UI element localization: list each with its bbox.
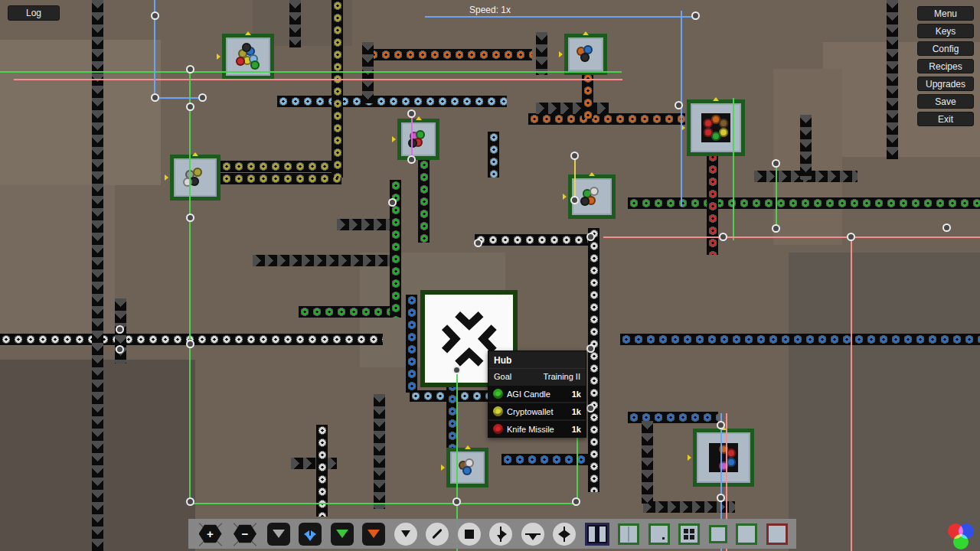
- factory-building[interactable]: [693, 429, 754, 487]
- item-dot: [250, 60, 260, 70]
- conveyor-belt[interactable]: [92, 0, 103, 551]
- building-grid[interactable]: [678, 523, 700, 545]
- tooltip-item: AGI Candle1k: [488, 386, 586, 402]
- item-icon: [493, 406, 503, 416]
- output-tool[interactable]: [394, 523, 417, 546]
- square-icon: [465, 530, 474, 539]
- wire-post: [407, 155, 416, 164]
- factory-building[interactable]: [564, 34, 607, 75]
- building-small[interactable]: [709, 525, 727, 543]
- building-marked[interactable]: [648, 523, 670, 545]
- menu-button-keys[interactable]: Keys: [917, 24, 974, 38]
- grid-dots-icon: [684, 529, 694, 540]
- eraser-tool[interactable]: [426, 523, 449, 546]
- wire-link: [425, 16, 697, 18]
- conveyor-belt[interactable]: [536, 103, 609, 114]
- menu-button-save[interactable]: Save: [917, 94, 974, 109]
- conveyor-belt[interactable]: [368, 49, 532, 60]
- conveyor-belt[interactable]: [220, 173, 341, 184]
- conveyor-belt[interactable]: [800, 115, 812, 180]
- wire-post: [186, 214, 194, 222]
- item-name: Cryptowallet: [507, 407, 568, 416]
- menu-button-list: MenuKeysConfigRecipesUpgradesSaveExit: [917, 6, 974, 126]
- balancer-tool[interactable]: [553, 523, 576, 546]
- conveyor-tool-multi[interactable]: [299, 523, 322, 546]
- hex-remove-tool[interactable]: −: [232, 523, 258, 546]
- wire-link: [603, 236, 980, 238]
- tri-icon: [401, 530, 410, 537]
- splitter-icon: [557, 527, 572, 542]
- wire-post: [586, 344, 595, 353]
- splitter-down-tool[interactable]: [521, 523, 544, 546]
- menu-button-recipes[interactable]: Recipes: [917, 59, 974, 73]
- conveyor-belt[interactable]: [887, 0, 898, 159]
- menu-button-config[interactable]: Config: [917, 41, 974, 56]
- conveyor-belt[interactable]: [536, 32, 547, 75]
- game-map[interactable]: [0, 0, 980, 551]
- item-dot: [719, 119, 728, 128]
- conveyor-belt[interactable]: [642, 421, 653, 504]
- conveyor-belt[interactable]: [299, 306, 395, 318]
- tooltip-item: Cryptowallet1k: [488, 403, 586, 419]
- building-plain[interactable]: [736, 523, 757, 545]
- item-dot: [183, 178, 192, 187]
- conveyor-belt[interactable]: [337, 219, 392, 230]
- tooltip-item-list: AGI Candle1kCryptowallet1kKnife Missile1…: [488, 386, 586, 437]
- triangle-down-icon: [273, 530, 285, 538]
- wire-post: [452, 497, 461, 506]
- factory-building[interactable]: [222, 34, 274, 80]
- conveyor-tool-green[interactable]: [331, 523, 354, 546]
- factory-building[interactable]: [170, 155, 220, 201]
- wire-post: [719, 233, 727, 241]
- wire-post: [586, 233, 595, 241]
- conveyor-belt[interactable]: [418, 147, 430, 243]
- conveyor-belt[interactable]: [588, 228, 599, 492]
- menu-button-upgrades[interactable]: Upgrades: [917, 77, 974, 91]
- menu-button-exit[interactable]: Exit: [917, 112, 974, 126]
- factory-building[interactable]: [397, 119, 439, 160]
- triangle-multi-icon: [306, 536, 314, 545]
- conveyor-belt[interactable]: [501, 454, 592, 465]
- factory-building[interactable]: [687, 99, 745, 156]
- stop-tool[interactable]: [458, 523, 481, 546]
- wire-post: [675, 101, 683, 109]
- conveyor-belt[interactable]: [528, 113, 685, 125]
- hex-remove-tool-icon: −: [234, 524, 256, 544]
- tunnel-tool[interactable]: [585, 523, 609, 546]
- tunnel-bar-icon: [589, 527, 595, 542]
- menu-button-menu[interactable]: Menu: [917, 6, 974, 21]
- item-dot: [236, 57, 245, 66]
- conveyor-belt[interactable]: [362, 42, 374, 103]
- building-divider[interactable]: [618, 523, 639, 545]
- tooltip-item: Knife Missile1k: [488, 421, 586, 437]
- wire-post: [452, 366, 461, 374]
- conveyor-tool-orange[interactable]: [362, 523, 385, 546]
- item-count: 1k: [572, 407, 581, 416]
- color-wheel-icon[interactable]: [948, 523, 974, 549]
- conveyor-belt[interactable]: [332, 0, 343, 178]
- conveyor-belt[interactable]: [488, 132, 499, 178]
- splitter-right-down-tool[interactable]: [489, 523, 512, 546]
- conveyor-belt[interactable]: [291, 458, 337, 469]
- conveyor-belt[interactable]: [289, 0, 301, 47]
- conveyor-belt[interactable]: [707, 152, 718, 255]
- building-red[interactable]: [766, 523, 788, 545]
- wire-post: [772, 159, 780, 168]
- factory-building[interactable]: [446, 448, 488, 487]
- log-button[interactable]: Log: [8, 5, 60, 21]
- conveyor-belt[interactable]: [475, 234, 593, 246]
- tooltip-goal-value: Training II: [543, 372, 580, 381]
- hex-add-tool[interactable]: +: [198, 523, 224, 546]
- wire-post: [572, 497, 580, 506]
- conveyor-belt[interactable]: [406, 295, 417, 393]
- wire-post: [407, 109, 416, 118]
- conveyor-tool-gray[interactable]: [267, 523, 290, 546]
- conveyor-belt[interactable]: [253, 255, 398, 266]
- wire-link: [14, 79, 622, 80]
- toolbar: +−: [188, 519, 796, 549]
- wire-post: [570, 196, 579, 204]
- conveyor-belt[interactable]: [620, 334, 980, 345]
- conveyor-belt[interactable]: [220, 161, 341, 172]
- conveyor-belt[interactable]: [374, 394, 385, 509]
- conveyor-belt[interactable]: [277, 96, 507, 107]
